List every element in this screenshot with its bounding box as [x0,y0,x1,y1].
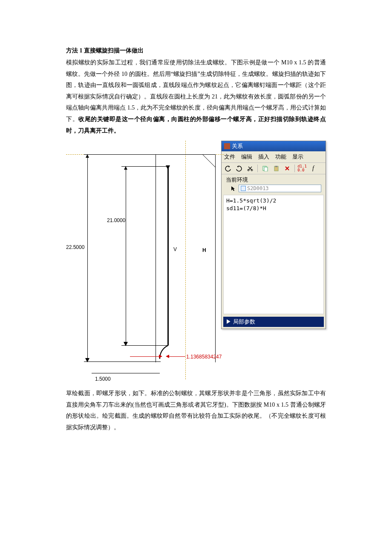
axis-vertical [185,141,186,379]
panel-toolbar: d1.10.0 f [222,163,326,174]
panel-menubar: 文件 编辑 插入 功能 显示 [222,151,326,163]
app-icon [224,143,230,149]
trajectory-line [167,166,169,345]
menu-func[interactable]: 功能 [275,153,286,161]
panel-titlebar: 关系 [222,141,326,151]
dim-21-ext2 [121,345,168,346]
panel-title-text: 关系 [232,142,243,150]
paste-icon[interactable] [272,165,280,172]
redo-icon[interactable] [235,165,243,172]
relations-panel: 关系 文件 编辑 插入 功能 显示 d1.10.0 f 当前环 [221,141,326,329]
env-value: S2D0013 [247,185,269,191]
sketch-diagram: V H 22.5000 21.0000 1.5000 1.1368 [66,141,221,379]
label-h: H [202,247,206,253]
dim-radial-red2 [168,356,185,357]
dim-21-line [126,166,126,345]
dim-21-a1 [124,166,127,170]
dim-21-ext1 [121,166,168,167]
pointer-icon[interactable] [229,185,237,192]
dim-radial-text: 1.13685834247 [186,354,222,360]
precision-icon[interactable]: d1.10.0 [298,165,306,172]
dim-22-5-a1 [86,154,89,158]
toolbar-sep2 [294,165,295,172]
figure-area: V H 22.5000 21.0000 1.5000 1.1368 [66,141,326,379]
paragraph-1: 模拟螺纹的实际加工过程，我们通常应使用切除法生成螺纹。下图示例是做一个 M10 … [66,57,326,136]
dim-1-5-line [92,373,160,373]
paragraph-2: 草绘截面，即螺牙形状，如下。标准的公制螺纹，其螺牙形状并非是个三角形，虽然实际加… [66,388,326,433]
formula-line-2: sd11=(7/8)*H [226,205,266,211]
para1-text: 模拟螺纹的实际加工过程，我们通常应使用切除法生成螺纹。下图示例是做一个 M10 … [66,59,326,122]
dim-radial-ar [159,355,162,358]
label-v: V [173,246,177,252]
dim-22-5-text: 22.5000 [66,244,84,250]
fx-icon[interactable]: f [309,165,317,172]
dim-21-text: 21.0000 [107,217,125,223]
dim-22-5-ext2 [84,361,161,362]
dim-22-5-ext1 [84,154,156,155]
formula-box[interactable]: H=1.5*sqrt(3)/2 sd11=(7/8)*H [223,195,324,314]
menu-show[interactable]: 显示 [292,153,303,161]
copy-icon[interactable] [261,165,269,172]
env-field[interactable]: S2D0013 [239,185,321,192]
undo-icon[interactable] [224,165,232,172]
sketch-feature-icon [241,186,246,191]
dim-radial-red1 [130,356,160,357]
dim-22-5-line [87,154,88,361]
delete-icon[interactable] [283,165,291,172]
cyl-left-edge [156,154,156,362]
cyl-right-edge [215,154,216,362]
svg-rect-6 [275,166,277,167]
section-heading: 方法 1 直接螺旋扫描一体做出 [66,47,326,55]
chamfer [202,154,215,167]
para1-emphasis: 收尾的关键即是这一个径向偏离，向圆柱的外部偏移一个螺牙高，正好扫描切除到轨迹终点… [66,116,326,134]
formula-line-1: H=1.5*sqrt(3)/2 [226,197,276,204]
menu-file[interactable]: 文件 [224,153,235,161]
menu-edit[interactable]: 编辑 [241,153,252,161]
cut-icon[interactable] [246,165,254,172]
dim-1-5-text: 1.5000 [95,376,111,382]
menu-insert[interactable]: 插入 [258,153,269,161]
svg-rect-4 [264,167,268,171]
env-label: 当前环境 [222,174,326,185]
dim-radial-al [166,355,169,358]
svg-line-0 [202,154,215,167]
local-params-header[interactable]: ▶ 局部参数 [223,317,324,327]
toolbar-sep1 [257,165,258,172]
